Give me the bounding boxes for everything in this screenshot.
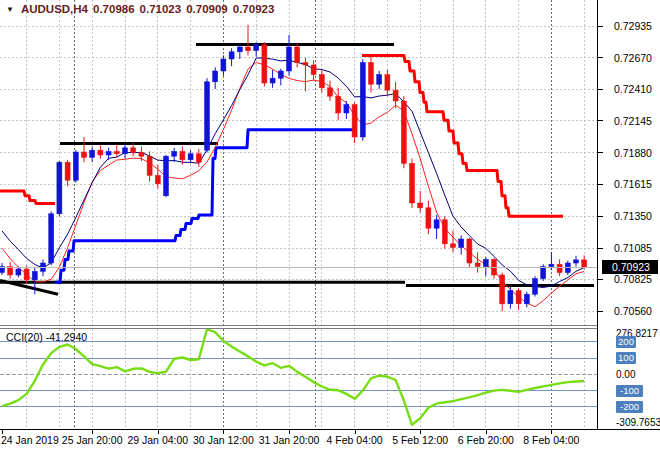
- price-axis-tick: [598, 120, 603, 121]
- candle-body: [32, 271, 37, 279]
- candle-body: [451, 244, 456, 248]
- candle-body: [57, 162, 62, 214]
- candle-body: [557, 264, 562, 272]
- candle-body: [434, 220, 439, 228]
- candle-body: [401, 101, 406, 163]
- candle-body: [344, 105, 349, 113]
- ohlc-open: 0.70986: [93, 3, 135, 15]
- candle-body: [205, 82, 210, 150]
- symbol-dropdown-icon[interactable]: ▼: [6, 5, 14, 14]
- candle-body: [328, 88, 333, 96]
- candle-body: [426, 208, 431, 228]
- candle-body: [131, 148, 136, 153]
- candle-body: [123, 148, 128, 154]
- price-axis-label: 0.72935: [614, 20, 652, 32]
- candle-body: [377, 75, 382, 85]
- candle-body: [106, 151, 111, 155]
- cci-name: CCI(20): [6, 331, 43, 343]
- candle-body: [574, 260, 579, 263]
- cci-scale-min-label: -309.7653: [616, 417, 660, 428]
- cci-zero-label: 0.00: [616, 369, 635, 380]
- price-axis-tick: [598, 184, 603, 185]
- candle-body: [459, 239, 464, 247]
- candle-body: [500, 275, 505, 304]
- price-axis-label: 0.72145: [614, 115, 652, 127]
- candle-body: [229, 52, 234, 59]
- cci-indicator-label: CCI(20) -41.2940: [6, 331, 87, 343]
- candle-body: [516, 291, 521, 304]
- candle-body: [533, 279, 538, 295]
- price-axis-tick: [598, 57, 603, 58]
- price-axis-label: 0.71350: [614, 210, 652, 222]
- candle-body: [82, 152, 87, 157]
- price-axis-tick: [598, 248, 603, 249]
- price-axis-tick: [598, 279, 603, 280]
- candle-body: [303, 63, 308, 65]
- price-axis-tick: [598, 311, 603, 312]
- ohlc-close: 0.70923: [233, 3, 275, 15]
- candle-body: [164, 156, 169, 196]
- candle-body: [73, 152, 78, 180]
- current-price-badge: 0.70923: [602, 260, 658, 274]
- candle-body: [541, 267, 546, 279]
- candle-body: [336, 96, 341, 113]
- candle-body: [418, 203, 423, 208]
- candle-body: [442, 220, 447, 244]
- price-axis[interactable]: 0.729350.726700.724100.721450.718800.716…: [597, 0, 660, 429]
- candle-body: [319, 75, 324, 88]
- candle-body: [155, 175, 160, 183]
- price-axis-label: 0.71880: [614, 147, 652, 159]
- candle-body: [254, 45, 259, 51]
- candle-body: [369, 63, 374, 85]
- candle-body: [65, 162, 70, 180]
- cci-level-badge: 100: [616, 352, 636, 364]
- candle-body: [49, 214, 54, 263]
- chart-header: ▼AUDUSD,H40.709860.710230.709090.70923: [6, 3, 274, 15]
- candle-body: [188, 154, 193, 160]
- candle-body: [180, 151, 185, 159]
- candle-body: [475, 263, 480, 267]
- candle-body: [114, 151, 119, 153]
- candle-body: [582, 260, 587, 268]
- candle-body: [270, 78, 275, 83]
- cci-level-badge: 200: [616, 336, 636, 348]
- cci-indicator-panel[interactable]: [0, 329, 597, 429]
- chart-window: ▼AUDUSD,H40.709860.710230.709090.70923 C…: [0, 0, 660, 450]
- price-axis-tick: [598, 152, 603, 153]
- candle-body: [287, 47, 292, 71]
- candle-body: [237, 47, 242, 52]
- panel-separator[interactable]: [0, 325, 660, 326]
- price-axis-tick: [598, 89, 603, 90]
- candle-body: [311, 65, 316, 75]
- candle-body: [262, 45, 267, 83]
- candle-body: [196, 154, 201, 162]
- time-axis[interactable]: 24 Jan 201925 Jan 20:0029 Jan 04:0030 Ja…: [0, 430, 660, 450]
- main-chart-panel[interactable]: [0, 0, 597, 325]
- cci-level-badge: -100: [616, 385, 643, 397]
- candle-body: [549, 264, 554, 266]
- price-axis-label: 0.71085: [614, 242, 652, 254]
- price-axis-label: 0.72410: [614, 83, 652, 95]
- cci-value: -41.2940: [46, 331, 87, 343]
- candle-body: [213, 71, 218, 82]
- candle-body: [508, 291, 513, 304]
- candle-body: [147, 156, 152, 175]
- symbol-period-label: AUDUSD,H4: [21, 3, 88, 15]
- trail-stop-down-line: [0, 191, 55, 204]
- panel-separator[interactable]: [0, 328, 660, 329]
- candle-body: [172, 151, 177, 156]
- candle-body: [90, 150, 95, 157]
- price-axis-label: 0.70825: [614, 273, 652, 285]
- price-axis-label: 0.71615: [614, 178, 652, 190]
- ohlc-high: 0.71023: [140, 3, 182, 15]
- candle-body: [24, 269, 29, 280]
- trail-stop-down-line: [362, 55, 563, 216]
- candle-body: [295, 47, 300, 63]
- time-axis-label: 24 Jan 2019: [1, 434, 59, 446]
- candle-body: [352, 105, 357, 137]
- price-axis-label: 0.70560: [614, 305, 652, 317]
- candle-body: [410, 163, 415, 203]
- price-axis-label: 0.72670: [614, 52, 652, 64]
- cci-level-badge: -200: [616, 401, 643, 413]
- candle-body: [16, 269, 21, 275]
